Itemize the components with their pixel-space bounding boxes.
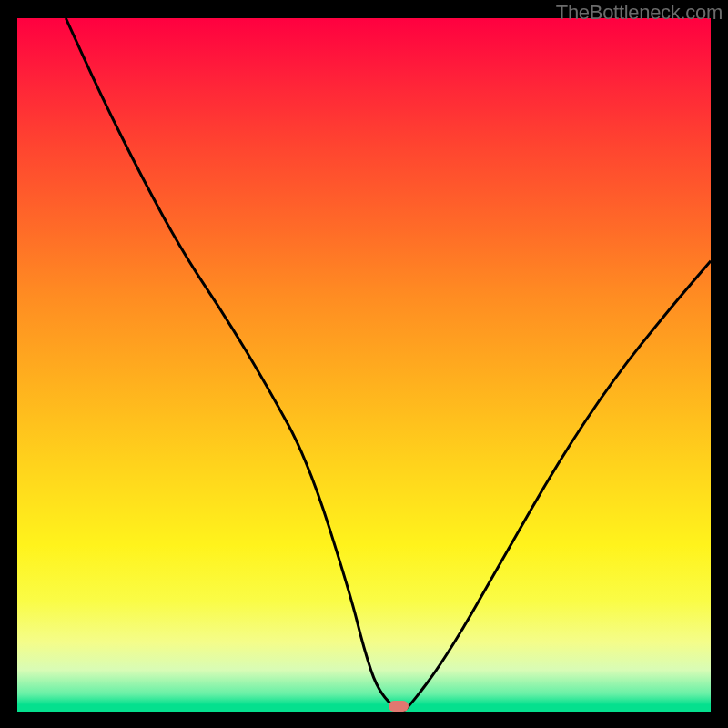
bottleneck-curve <box>66 18 711 712</box>
watermark-text: TheBottleneck.com <box>556 1 723 25</box>
curve-svg <box>17 18 711 712</box>
optimal-point-marker <box>389 701 409 712</box>
chart-frame: TheBottleneck.com <box>0 0 728 728</box>
plot-area <box>17 18 711 712</box>
